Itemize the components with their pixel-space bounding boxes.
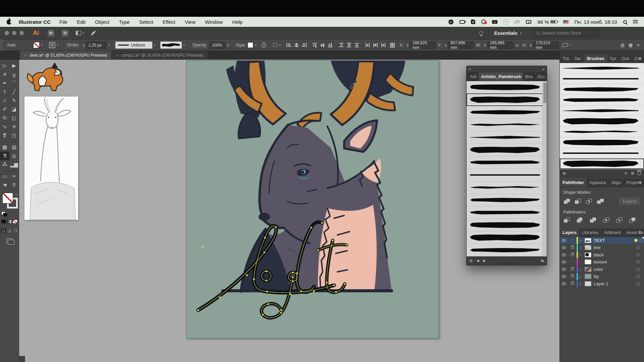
workspace-switcher[interactable]: Essentials [494, 31, 517, 36]
display-dark-status-icon[interactable]: ▲ [492, 20, 497, 24]
telegram-status-icon[interactable]: ▸ [448, 19, 453, 24]
panel-menu-icon[interactable]: ≡ [639, 56, 641, 61]
menu-effect[interactable]: Effect [163, 19, 175, 25]
arrange-documents-icon[interactable] [76, 31, 81, 35]
layer-name[interactable]: TEXT [594, 238, 632, 243]
constrain-proportions-icon[interactable]: ∞ [516, 43, 519, 48]
layer-target-cell[interactable] [632, 251, 644, 258]
menu-file[interactable]: File [59, 19, 67, 25]
layer-target-cell[interactable] [632, 280, 644, 287]
eye-icon[interactable] [562, 260, 566, 263]
layer-expand-icon[interactable]: › [580, 282, 584, 286]
layer-expand-icon[interactable]: › [580, 275, 584, 279]
brush-item[interactable] [560, 148, 644, 159]
eyedropper-tool[interactable]: ⚗ [0, 152, 9, 160]
record-status-icon[interactable] [481, 19, 486, 24]
brush-item[interactable] [560, 95, 644, 106]
brush-item[interactable] [560, 116, 644, 127]
variable-width-profile-dropdown[interactable]: Uniform [115, 42, 152, 49]
eye-icon[interactable] [562, 282, 566, 285]
shape-tool[interactable]: ☆ [0, 96, 9, 105]
target-circle-icon[interactable] [637, 260, 640, 263]
layer-lock-cell[interactable] [569, 251, 577, 258]
floating-brushes-panel[interactable]: × « ArtiArtistic_PaintbrushBrisGru ≡ [466, 66, 547, 265]
workspace-chevron-icon[interactable]: ▾ [520, 32, 522, 35]
layer-target-cell[interactable] [632, 237, 644, 244]
tab-close-icon[interactable]: × [116, 53, 118, 57]
display-mirror-status-icon[interactable]: ▲ [526, 20, 531, 24]
layer-visibility-cell[interactable] [560, 244, 569, 251]
symbol-sprayer-tool[interactable]: ⁂ [0, 160, 9, 169]
distribute-right-icon[interactable] [381, 43, 386, 47]
opacity-chevron-icon[interactable]: ❯ [227, 44, 229, 47]
layer-visibility-cell[interactable] [560, 251, 569, 258]
disabled-x-status-icon[interactable]: ✕ [503, 19, 508, 24]
speech-selection-tool[interactable]: ❡ [0, 131, 9, 140]
wifi-status-icon[interactable] [515, 20, 520, 24]
layer-target-cell[interactable] [632, 266, 644, 273]
menu-window[interactable]: Window [205, 19, 223, 25]
eye-icon[interactable] [562, 246, 566, 249]
lock-icon[interactable] [571, 283, 574, 285]
adobe-stock-search-input[interactable]: Search Adobe Stock [533, 29, 600, 37]
panel-menu-icon[interactable]: ≡ [639, 230, 641, 235]
eye-icon[interactable] [562, 275, 566, 278]
document-tab[interactable]: × deer.ai* @ 51,63% (CMYK/GPU Preview) [20, 51, 112, 59]
brush-library-tab[interactable]: Artistic_Paintbrush [479, 72, 523, 81]
dock-panel-tab[interactable]: Brushes [584, 54, 607, 63]
brush-item[interactable] [467, 206, 547, 219]
pencil-tool[interactable]: ✐ [0, 105, 9, 114]
exclude-icon[interactable] [597, 199, 603, 204]
target-circle-icon[interactable] [637, 246, 640, 249]
canvas-area[interactable]: × « ArtiArtistic_PaintbrushBrisGru ≡ [19, 60, 559, 362]
layer-lock-cell[interactable] [569, 259, 577, 266]
layer-expand-icon[interactable]: › [580, 253, 584, 257]
gradient-tool[interactable]: ▤ [9, 143, 19, 152]
brush-item[interactable] [467, 232, 547, 244]
layer-row[interactable]: › Layer 1 [560, 280, 644, 288]
menu-select[interactable]: Select [139, 19, 153, 25]
gazelle-reference-image[interactable] [24, 97, 78, 220]
layer-lock-cell[interactable] [569, 244, 577, 251]
eye-icon[interactable] [562, 253, 566, 256]
layer-visibility-cell[interactable] [560, 273, 569, 280]
pathfinder-panel-tab[interactable]: Align [608, 178, 624, 187]
layer-visibility-cell[interactable] [560, 266, 569, 273]
profile-chevron-icon[interactable]: ▾ [154, 44, 155, 47]
layer-visibility-cell[interactable] [560, 237, 569, 244]
layers-panel-tab[interactable]: Layers [560, 228, 579, 237]
brush-item[interactable] [467, 194, 547, 206]
draw-inside-icon[interactable]: ❐ [13, 228, 18, 233]
opacity-field[interactable]: 100% [209, 42, 225, 49]
shear-chevron-icon[interactable]: ▾ [569, 44, 571, 47]
arrange-icon[interactable]: ▦ [629, 43, 633, 48]
layer-name[interactable]: color [594, 267, 632, 272]
layer-target-cell[interactable] [632, 273, 644, 280]
artboard-tool[interactable]: ▭ [0, 172, 9, 181]
distribute-hcenter-icon[interactable] [373, 43, 379, 47]
layer-row[interactable]: › bg [560, 273, 644, 281]
target-circle-icon[interactable] [637, 268, 640, 271]
distribute-vcenter-icon[interactable] [347, 43, 352, 47]
brush-library-tab[interactable]: Gru [535, 72, 547, 81]
align-bottom-icon[interactable] [328, 43, 333, 47]
align-vcenter-icon[interactable] [320, 43, 326, 47]
shear-icon[interactable] [562, 43, 568, 47]
rotate-tool[interactable]: ↻ [0, 114, 9, 122]
trim-icon[interactable] [577, 218, 583, 223]
dock-panel-tab[interactable]: Col [632, 54, 644, 63]
layers-panel-tab[interactable]: Libraries [579, 228, 601, 237]
brush-item[interactable] [560, 106, 644, 116]
window-minimize-button[interactable] [12, 31, 16, 35]
close-icon[interactable]: × [469, 67, 471, 71]
remove-brush-icon[interactable]: ✕ [540, 258, 544, 263]
layer-thumbnail[interactable] [585, 238, 591, 243]
window-zoom-button[interactable] [19, 31, 24, 35]
crop-icon[interactable] [603, 218, 609, 223]
brush-item[interactable] [560, 84, 644, 95]
column-graph-tool[interactable]: ▂▆ [9, 160, 19, 169]
target-circle-icon[interactable] [637, 282, 640, 285]
reference-point-icon[interactable] [390, 43, 395, 48]
stroke-width-field[interactable]: 1,25 px [86, 42, 107, 49]
stroke-width-chevron-icon[interactable]: ▾ [108, 44, 110, 47]
